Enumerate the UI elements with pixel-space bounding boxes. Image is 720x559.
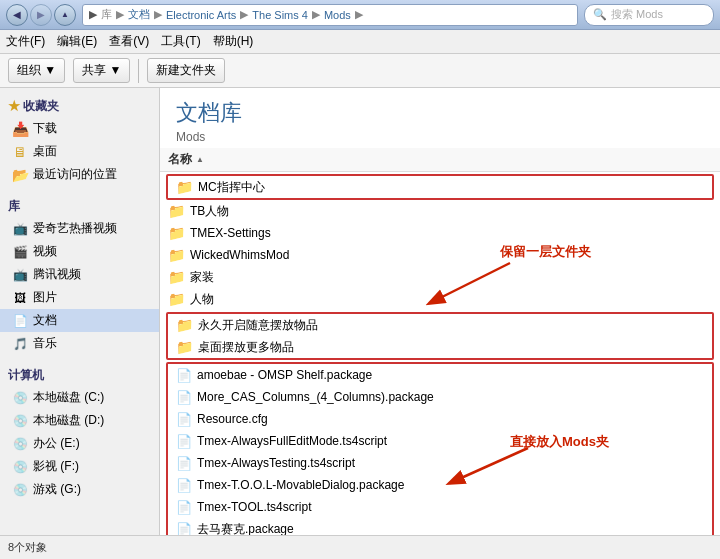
list-item[interactable]: 📄 Tmex-AlwaysFullEditMode.ts4script bbox=[168, 430, 712, 452]
breadcrumb-sep0: 库 bbox=[101, 7, 112, 22]
content-subtitle: Mods bbox=[176, 130, 704, 144]
list-item[interactable]: 📁 TB人物 bbox=[160, 200, 720, 222]
highlighted-folder-group-1: 📁 MC指挥中心 bbox=[166, 174, 714, 200]
sidebar-item-documents[interactable]: 📄 文档 bbox=[0, 309, 159, 332]
up-button[interactable]: ▲ bbox=[54, 4, 76, 26]
list-item[interactable]: 📁 家装 bbox=[160, 266, 720, 288]
list-item[interactable]: 📄 去马赛克.package bbox=[168, 518, 712, 535]
column-name: 名称 bbox=[168, 151, 192, 168]
folder-icon: 📁 bbox=[168, 291, 185, 307]
folder-icon: 📁 bbox=[176, 339, 193, 355]
file-list: 📁 MC指挥中心 📁 TB人物 📁 TMEX-Settings 📁 Wicked… bbox=[160, 172, 720, 535]
breadcrumb: ▶ 库 ▶ 文档 ▶ Electronic Arts ▶ The Sims 4 … bbox=[82, 4, 578, 26]
sidebar-item-video[interactable]: 🎬 视频 bbox=[0, 240, 159, 263]
highlighted-files-group: 📄 amoebae - OMSP Shelf.package 📄 More_CA… bbox=[166, 362, 714, 535]
sidebar-item-drive-g[interactable]: 💿 游戏 (G:) bbox=[0, 478, 159, 501]
organize-button[interactable]: 组织 ▼ bbox=[8, 58, 65, 83]
list-item[interactable]: 📁 WickedWhimsMod bbox=[160, 244, 720, 266]
toolbar-separator bbox=[138, 59, 139, 83]
search-bar[interactable]: 🔍 搜索 Mods bbox=[584, 4, 714, 26]
status-text: 8个对象 bbox=[8, 540, 47, 555]
iqiyi-icon: 📺 bbox=[12, 221, 28, 237]
drive-c-icon: 💿 bbox=[12, 390, 28, 406]
content-title: 文档库 bbox=[176, 98, 704, 128]
sidebar-item-tencent[interactable]: 📺 腾讯视频 bbox=[0, 263, 159, 286]
content-header: 文档库 Mods bbox=[160, 88, 720, 148]
list-item[interactable]: 📄 Tmex-T.O.O.L-MovableDialog.package bbox=[168, 474, 712, 496]
content-area: 文档库 Mods 名称 ▲ 📁 MC指挥中心 📁 TB人物 📁 TMEX bbox=[160, 88, 720, 535]
file-icon: 📄 bbox=[176, 434, 192, 449]
star-icon: ★ bbox=[8, 99, 20, 113]
sidebar-item-drive-d[interactable]: 💿 本地磁盘 (D:) bbox=[0, 409, 159, 432]
folder-icon: 📁 bbox=[168, 247, 185, 263]
list-item[interactable]: 📁 桌面摆放更多物品 bbox=[168, 336, 712, 358]
folder-icon: 📁 bbox=[168, 225, 185, 241]
drive-d-icon: 💿 bbox=[12, 413, 28, 429]
list-item[interactable]: 📁 MC指挥中心 bbox=[168, 176, 712, 198]
sort-arrow: ▲ bbox=[196, 155, 204, 164]
sidebar-item-desktop[interactable]: 🖥 桌面 bbox=[0, 140, 159, 163]
file-icon: 📄 bbox=[176, 368, 192, 383]
column-header: 名称 ▲ bbox=[160, 148, 720, 172]
folder-icon: 📁 bbox=[176, 317, 193, 333]
breadcrumb-item-sims[interactable]: The Sims 4 bbox=[252, 9, 308, 21]
file-icon: 📄 bbox=[176, 456, 192, 471]
menu-tools[interactable]: 工具(T) bbox=[161, 33, 200, 50]
sidebar-item-drive-e[interactable]: 💿 办公 (E:) bbox=[0, 432, 159, 455]
sidebar-item-recent[interactable]: 📂 最近访问的位置 bbox=[0, 163, 159, 186]
breadcrumb-item-ea[interactable]: Electronic Arts bbox=[166, 9, 236, 21]
title-bar: ◀ ▶ ▲ ▶ 库 ▶ 文档 ▶ Electronic Arts ▶ The S… bbox=[0, 0, 720, 30]
list-item[interactable]: 📁 永久开启随意摆放物品 bbox=[168, 314, 712, 336]
breadcrumb-sep1: ▶ bbox=[116, 8, 124, 21]
drive-e-icon: 💿 bbox=[12, 436, 28, 452]
pictures-icon: 🖼 bbox=[12, 290, 28, 306]
status-bar: 8个对象 bbox=[0, 535, 720, 559]
music-icon: 🎵 bbox=[12, 336, 28, 352]
menu-bar: 文件(F) 编辑(E) 查看(V) 工具(T) 帮助(H) bbox=[0, 30, 720, 54]
forward-button[interactable]: ▶ bbox=[30, 4, 52, 26]
sidebar-item-drive-f[interactable]: 💿 影视 (F:) bbox=[0, 455, 159, 478]
list-item[interactable]: 📄 Tmex-AlwaysTesting.ts4script bbox=[168, 452, 712, 474]
list-item[interactable]: 📄 More_CAS_Columns_(4_Columns).package bbox=[168, 386, 712, 408]
folder-icon: 📁 bbox=[168, 203, 185, 219]
main-layout: ★ 收藏夹 📥 下载 🖥 桌面 📂 最近访问的位置 库 📺 爱奇艺热播视频 🎬 … bbox=[0, 88, 720, 535]
library-label: 库 bbox=[0, 194, 159, 217]
list-item[interactable]: 📄 Tmex-TOOL.ts4script bbox=[168, 496, 712, 518]
menu-edit[interactable]: 编辑(E) bbox=[57, 33, 97, 50]
sidebar-item-pictures[interactable]: 🖼 图片 bbox=[0, 286, 159, 309]
list-item[interactable]: 📄 Resource.cfg bbox=[168, 408, 712, 430]
list-item[interactable]: 📄 amoebae - OMSP Shelf.package bbox=[168, 364, 712, 386]
file-icon: 📄 bbox=[176, 522, 192, 536]
sidebar-item-download[interactable]: 📥 下载 bbox=[0, 117, 159, 140]
sidebar-item-music[interactable]: 🎵 音乐 bbox=[0, 332, 159, 355]
file-icon: 📄 bbox=[176, 500, 192, 515]
breadcrumb-item-docs[interactable]: 文档 bbox=[128, 7, 150, 22]
folder-icon: 📁 bbox=[168, 269, 185, 285]
breadcrumb-item-mods[interactable]: Mods bbox=[324, 9, 351, 21]
file-icon: 📄 bbox=[176, 390, 192, 405]
video-icon: 🎬 bbox=[12, 244, 28, 260]
back-button[interactable]: ◀ bbox=[6, 4, 28, 26]
desktop-icon: 🖥 bbox=[12, 144, 28, 160]
search-icon: 🔍 bbox=[593, 8, 607, 21]
menu-help[interactable]: 帮助(H) bbox=[213, 33, 254, 50]
folder-icon: 📥 bbox=[12, 121, 28, 137]
sidebar-item-drive-c[interactable]: 💿 本地磁盘 (C:) bbox=[0, 386, 159, 409]
file-icon: 📄 bbox=[176, 412, 192, 427]
new-folder-button[interactable]: 新建文件夹 bbox=[147, 58, 225, 83]
sidebar: ★ 收藏夹 📥 下载 🖥 桌面 📂 最近访问的位置 库 📺 爱奇艺热播视频 🎬 … bbox=[0, 88, 160, 535]
menu-view[interactable]: 查看(V) bbox=[109, 33, 149, 50]
tencent-icon: 📺 bbox=[12, 267, 28, 283]
recent-icon: 📂 bbox=[12, 167, 28, 183]
documents-icon: 📄 bbox=[12, 313, 28, 329]
menu-file[interactable]: 文件(F) bbox=[6, 33, 45, 50]
list-item[interactable]: 📁 TMEX-Settings bbox=[160, 222, 720, 244]
sidebar-item-iqiyi[interactable]: 📺 爱奇艺热播视频 bbox=[0, 217, 159, 240]
share-button[interactable]: 共享 ▼ bbox=[73, 58, 130, 83]
favorites-label: ★ 收藏夹 bbox=[0, 94, 159, 117]
drive-g-icon: 💿 bbox=[12, 482, 28, 498]
toolbar: 组织 ▼ 共享 ▼ 新建文件夹 bbox=[0, 54, 720, 88]
highlighted-folder-group-2: 📁 永久开启随意摆放物品 📁 桌面摆放更多物品 bbox=[166, 312, 714, 360]
breadcrumb-library[interactable]: ▶ bbox=[89, 8, 97, 21]
list-item[interactable]: 📁 人物 bbox=[160, 288, 720, 310]
